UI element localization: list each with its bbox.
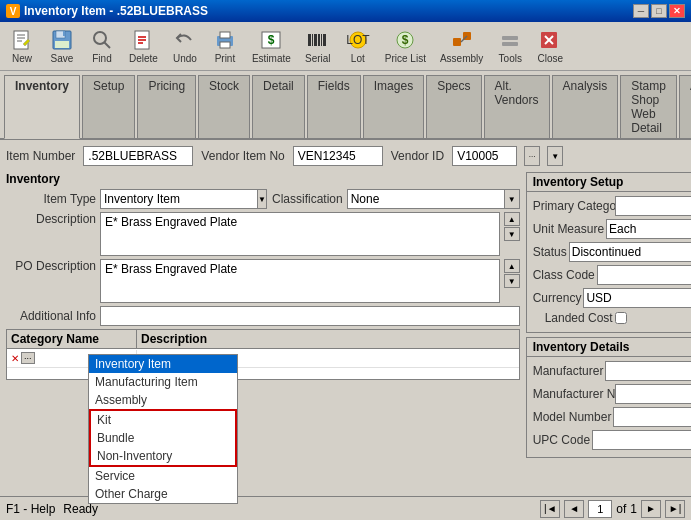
item-type-row: Item Type ▼ Classification ▼ — [6, 189, 520, 209]
undo-button[interactable]: Undo — [167, 25, 203, 67]
tab-alt-vendors[interactable]: Alt. Vendors — [484, 75, 550, 138]
po-scroll-down[interactable]: ▼ — [504, 274, 520, 288]
find-icon — [90, 28, 114, 52]
svg-line-10 — [104, 42, 110, 48]
find-button[interactable]: Find — [84, 25, 120, 67]
additional-info-input[interactable] — [100, 306, 520, 326]
classification-input[interactable] — [347, 189, 505, 209]
app-icon: V — [6, 4, 20, 18]
manufacturer-input[interactable] — [605, 361, 691, 381]
tab-pricing[interactable]: Pricing — [137, 75, 196, 138]
serial-label: Serial — [305, 53, 331, 64]
category-table-body: ✕ ··· — [7, 349, 519, 379]
classification-arrow[interactable]: ▼ — [504, 189, 520, 209]
pricelist-label: Price List — [385, 53, 426, 64]
dropdown-item-kit[interactable]: Kit — [91, 411, 235, 429]
inventory-section-label: Inventory — [6, 172, 520, 186]
dropdown-item-inventory-item[interactable]: Inventory Item — [89, 355, 237, 373]
tab-stamp-shop[interactable]: Stamp Shop Web Detail — [620, 75, 677, 138]
tab-fields[interactable]: Fields — [307, 75, 361, 138]
item-number-input[interactable] — [83, 146, 193, 166]
close-toolbar-icon — [538, 28, 562, 52]
vendor-item-input[interactable] — [293, 146, 383, 166]
lot-button[interactable]: LOT Lot — [340, 25, 376, 67]
nav-first-button[interactable]: |◄ — [540, 500, 560, 518]
print-button[interactable]: Print — [207, 25, 243, 67]
tools-button[interactable]: Tools — [492, 25, 528, 67]
model-number-input[interactable] — [613, 407, 691, 427]
vendor-id-arrow[interactable]: ▼ — [547, 146, 563, 166]
currency-label: Currency — [533, 291, 582, 305]
po-description-textarea[interactable]: E* Brass Engraved Plate — [100, 259, 500, 303]
tab-attachments[interactable]: Attachments — [679, 75, 691, 138]
manufacturer-no-input[interactable] — [615, 384, 691, 404]
item-number-label: Item Number — [6, 149, 75, 163]
serial-button[interactable]: Serial — [300, 25, 336, 67]
class-code-input[interactable] — [597, 265, 691, 285]
tab-detail[interactable]: Detail — [252, 75, 305, 138]
landed-cost-checkbox[interactable] — [615, 312, 627, 324]
maximize-button[interactable]: □ — [651, 4, 667, 18]
pricelist-icon: $ — [393, 28, 417, 52]
unit-measure-input[interactable] — [606, 219, 691, 239]
category-desc-col: Description — [137, 330, 519, 348]
desc-scroll-up[interactable]: ▲ — [504, 212, 520, 226]
new-label: New — [12, 53, 32, 64]
inventory-details-section: Inventory Details Manufacturer ··· ▼ Man… — [526, 337, 691, 458]
estimate-icon: $ — [259, 28, 283, 52]
close-toolbar-button[interactable]: Close — [532, 25, 568, 67]
tab-specs[interactable]: Specs — [426, 75, 481, 138]
item-type-arrow[interactable]: ▼ — [257, 189, 267, 209]
svg-rect-0 — [14, 31, 28, 49]
delete-button[interactable]: Delete — [124, 25, 163, 67]
print-icon — [213, 28, 237, 52]
status-input[interactable] — [569, 242, 691, 262]
tab-inventory[interactable]: Inventory — [4, 75, 80, 139]
vendor-id-dots[interactable]: ··· — [524, 146, 540, 166]
minimize-button[interactable]: ─ — [633, 4, 649, 18]
dropdown-item-bundle[interactable]: Bundle — [91, 429, 235, 447]
category-name-col: Category Name — [7, 330, 137, 348]
page-current-input[interactable] — [588, 500, 612, 518]
assembly-button[interactable]: Assembly — [435, 25, 488, 67]
tab-stock[interactable]: Stock — [198, 75, 250, 138]
nav-next-button[interactable]: ► — [641, 500, 661, 518]
vendor-id-input[interactable] — [452, 146, 517, 166]
primary-category-input[interactable] — [615, 196, 691, 216]
dropdown-item-manufacturing[interactable]: Manufacturing Item — [89, 373, 237, 391]
upc-code-input[interactable] — [592, 430, 691, 450]
desc-scroll-down[interactable]: ▼ — [504, 227, 520, 241]
tab-setup[interactable]: Setup — [82, 75, 135, 138]
po-scroll-up[interactable]: ▲ — [504, 259, 520, 273]
svg-rect-16 — [220, 32, 230, 38]
primary-category-label: Primary Category — [533, 199, 613, 213]
svg-rect-34 — [502, 42, 518, 46]
nav-last-button[interactable]: ►| — [665, 500, 685, 518]
dropdown-item-service[interactable]: Service — [89, 467, 237, 485]
window-close-button[interactable]: ✕ — [669, 4, 685, 18]
nav-prev-button[interactable]: ◄ — [564, 500, 584, 518]
tools-icon — [498, 28, 522, 52]
description-textarea[interactable]: E* Brass Engraved Plate — [100, 212, 500, 256]
new-button[interactable]: New — [4, 25, 40, 67]
category-table: Category Name Description ✕ ··· — [6, 329, 520, 380]
dropdown-item-assembly[interactable]: Assembly — [89, 391, 237, 409]
dropdown-item-non-inventory[interactable]: Non-Inventory — [91, 447, 235, 465]
find-label: Find — [92, 53, 111, 64]
tab-images[interactable]: Images — [363, 75, 424, 138]
pricelist-button[interactable]: $ Price List — [380, 25, 431, 67]
row-dots-button[interactable]: ··· — [21, 352, 35, 364]
status-label: Status — [533, 245, 567, 259]
status-row: Status ▼ — [533, 242, 691, 262]
dropdown-item-other-charge[interactable]: Other Charge — [89, 485, 237, 503]
item-type-input[interactable] — [100, 189, 258, 209]
row-delete-icon[interactable]: ✕ — [11, 353, 19, 364]
currency-input[interactable] — [583, 288, 691, 308]
page-total: 1 — [630, 502, 637, 516]
estimate-button[interactable]: $ Estimate — [247, 25, 296, 67]
svg-text:LOT: LOT — [346, 33, 370, 47]
tab-analysis[interactable]: Analysis — [552, 75, 619, 138]
additional-info-row: Additional Info — [6, 306, 520, 326]
inventory-setup-inner: Primary Category ▼ Unit Measure ▼ — [527, 192, 691, 332]
save-button[interactable]: Save — [44, 25, 80, 67]
